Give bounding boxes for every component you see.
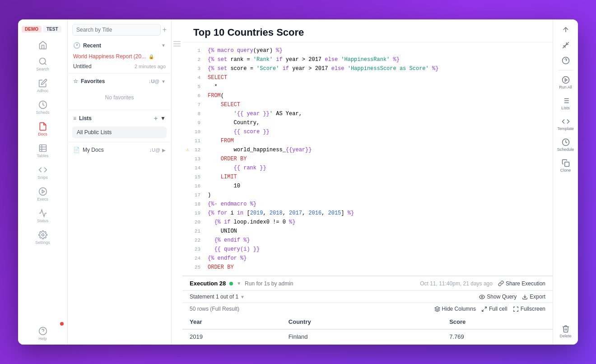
- scroll-up-button[interactable]: [553, 23, 578, 37]
- table-cell: 7.632: [442, 344, 553, 345]
- warning-icon: ⚠: [186, 146, 189, 154]
- clone-button[interactable]: Clone: [553, 156, 578, 175]
- table-cell: 7.769: [442, 329, 553, 344]
- page-title: Top 10 Countries Score: [193, 27, 542, 38]
- code-line-13: 13 ORDER BY: [182, 154, 553, 163]
- code-line-8: 8 '{{ year }}' AS Year,: [182, 109, 553, 118]
- sidebar-item-help[interactable]: Help: [18, 323, 67, 345]
- minimize-icon: [562, 41, 570, 49]
- code-line-15: 15 LIMIT: [182, 173, 553, 182]
- full-cell-button[interactable]: Full cell: [481, 306, 508, 312]
- code-line-3: 3 {% set score = 'Score' if year > 2017 …: [182, 64, 553, 73]
- doc-small-icon: 📄: [73, 147, 80, 153]
- hide-columns-button[interactable]: Hide Columns: [434, 306, 476, 312]
- search-input[interactable]: [72, 24, 161, 36]
- code-line-10: 10 {{ score }}: [182, 127, 553, 136]
- export-button[interactable]: Export: [522, 294, 545, 300]
- sidebar-item-home[interactable]: [18, 37, 67, 53]
- schedule-label: Schedule: [557, 147, 574, 152]
- statement-right: Show Query Export: [479, 294, 545, 300]
- sidebar-item-snips[interactable]: Snips: [18, 162, 67, 183]
- drag-handle[interactable]: [172, 37, 182, 50]
- schedule-button[interactable]: Schedule: [553, 135, 578, 154]
- clock-small-icon: 🕐: [73, 42, 80, 49]
- code-line-9: 9 Country,: [182, 118, 553, 127]
- delete-icon: [562, 325, 570, 333]
- help-icon: [38, 327, 47, 336]
- fullscreen-button[interactable]: Fullscreen: [513, 306, 545, 312]
- star-icon: ☆: [73, 78, 78, 84]
- lists-section-header[interactable]: ≡ Lists + ▼: [68, 112, 171, 125]
- code-line-20: 20 {% if loop.index0 != 0 %}: [182, 218, 553, 227]
- delete-button[interactable]: Delete: [553, 322, 578, 341]
- sidebar: DEMO TEST Search Adhoc: [18, 19, 68, 345]
- lists-chevron-icon: ▼: [160, 115, 166, 121]
- svg-point-9: [42, 234, 44, 236]
- sidebar-item-search[interactable]: Search: [18, 53, 67, 75]
- lists-right-button[interactable]: Lists: [553, 94, 578, 113]
- lists-add-icon[interactable]: +: [154, 115, 158, 122]
- sidebar-item-adhoc[interactable]: Adhoc: [18, 75, 67, 97]
- help-right-button[interactable]: [553, 54, 578, 67]
- table-row: 2018Finland7.632: [182, 344, 553, 345]
- svg-line-1: [44, 63, 46, 65]
- recent-item-1[interactable]: Untitled 2 minutes ago: [68, 61, 171, 71]
- statement-label: Statement 1 out of 1: [190, 294, 238, 300]
- arrow-up-icon: [562, 26, 570, 34]
- expand-icon: [481, 306, 487, 312]
- code-line-23: 23 {{ query(i) }}: [182, 245, 553, 254]
- recent-item-0[interactable]: World Happiness Report (20... 🔒: [68, 51, 171, 61]
- run-all-button[interactable]: Run All: [553, 73, 578, 92]
- sidebar-item-schedules[interactable]: Scheds: [18, 97, 67, 118]
- code-line-22: 22 {% endif %}: [182, 236, 553, 245]
- share-execution-button[interactable]: Share Execution: [498, 280, 545, 287]
- sidebar-item-settings[interactable]: Settings: [18, 227, 67, 248]
- tab-test[interactable]: TEST: [43, 26, 61, 33]
- code-line-1: 1 {% macro query(year) %}: [182, 46, 553, 55]
- clock-icon: [38, 100, 47, 109]
- show-query-button[interactable]: Show Query: [479, 294, 517, 300]
- execution-bar: Execution 28 ▼ Run for 1s by admin Oct 1…: [182, 276, 553, 290]
- sidebar-item-status[interactable]: Status: [18, 205, 67, 227]
- rt-separator-1: [559, 70, 573, 70]
- code-line-4: 4 SELECT: [182, 73, 553, 82]
- schedule-icon: [562, 138, 570, 146]
- my-docs-item[interactable]: 📄 My Docs ↓U@ ▶: [68, 144, 171, 156]
- add-button[interactable]: +: [163, 26, 167, 34]
- columns-icon: [434, 306, 440, 312]
- minimize-button[interactable]: [553, 38, 578, 52]
- status-icon: [38, 209, 47, 218]
- list-icon: ≡: [73, 115, 76, 121]
- search-icon: [38, 57, 47, 66]
- hide-columns-label: Hide Columns: [442, 306, 476, 312]
- sidebar-label-settings: Settings: [35, 240, 50, 245]
- recent-section-header[interactable]: 🕐 Recent ▼: [68, 39, 171, 51]
- sidebar-item-tables[interactable]: Tables: [18, 140, 67, 162]
- template-label: Template: [557, 126, 574, 131]
- template-button[interactable]: Template: [553, 115, 578, 134]
- lists-label: Lists: [79, 115, 92, 121]
- favorites-section-header[interactable]: ☆ Favorites ↓U@ ▼: [68, 75, 171, 87]
- sidebar-item-docs[interactable]: Docs: [18, 118, 67, 140]
- all-public-lists-item[interactable]: All Public Lists: [72, 126, 167, 138]
- execution-chevron[interactable]: ▼: [237, 281, 241, 286]
- code-editor[interactable]: 1 {% macro query(year) %} 2 {% set rank …: [182, 42, 553, 276]
- export-label: Export: [530, 294, 545, 300]
- code-line-25: 25 ORDER BY: [182, 263, 553, 272]
- app-window: DEMO TEST Search Adhoc: [18, 19, 578, 345]
- data-table: Year Country Score 2019Finland7.7692018F…: [182, 315, 553, 345]
- gear-icon: [38, 230, 47, 239]
- exec-left: Execution 28 ▼ Run for 1s by admin: [190, 280, 293, 287]
- link-icon: [498, 280, 504, 286]
- table-cell: 2019: [182, 329, 281, 344]
- tab-demo[interactable]: DEMO: [22, 26, 42, 33]
- show-query-label: Show Query: [487, 294, 517, 300]
- results-actions: Hide Columns Full cell Fullscreen: [434, 306, 545, 312]
- statement-chevron[interactable]: ▼: [240, 294, 245, 299]
- svg-rect-3: [39, 145, 46, 152]
- run-icon: [562, 76, 570, 84]
- code-line-6: 6 FROM(: [182, 91, 553, 100]
- sidebar-item-execs[interactable]: Execs: [18, 183, 67, 205]
- code-line-21: 21 UNION: [182, 227, 553, 236]
- table-cell: Finland: [281, 329, 442, 344]
